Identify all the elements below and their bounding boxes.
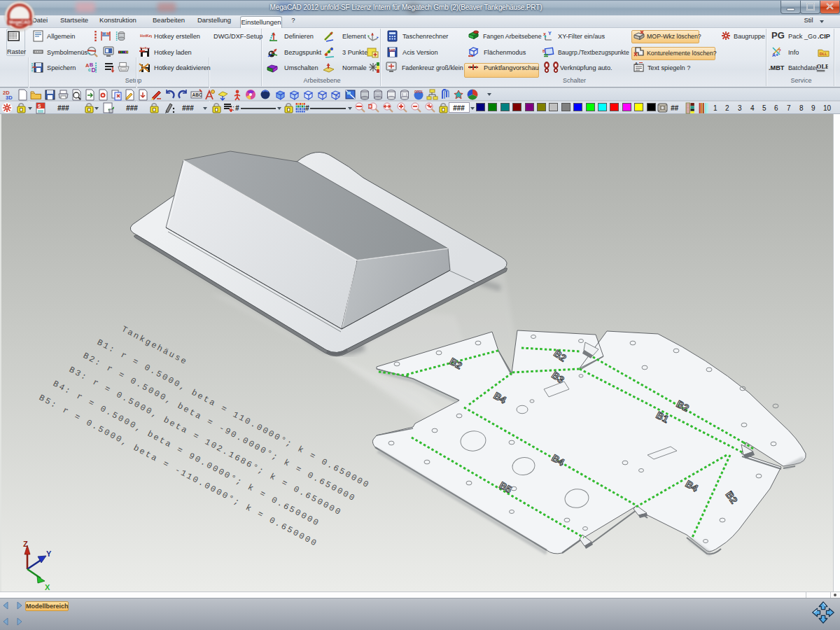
- svg-text:X: X: [45, 583, 50, 592]
- svg-text:MegaCAD: MegaCAD: [9, 20, 31, 25]
- svg-text:D: D: [92, 66, 96, 74]
- svg-text:Z: Z: [23, 540, 28, 548]
- svg-text:HotKey: HotKey: [140, 46, 150, 50]
- svg-text:OPGL: OPGL: [414, 90, 424, 94]
- svg-text:OLE: OLE: [817, 63, 828, 70]
- svg-text:DLL: DLL: [820, 52, 828, 56]
- svg-text:ABC: ABC: [192, 92, 202, 97]
- svg-text:M: M: [102, 31, 106, 36]
- svg-text:HotKey: HotKey: [140, 34, 152, 38]
- svg-text:A+: A+: [772, 52, 778, 57]
- svg-text:c: c: [88, 66, 91, 73]
- svg-text:Y: Y: [46, 550, 52, 558]
- svg-text:M: M: [106, 31, 110, 36]
- svg-text:3D: 3D: [6, 94, 13, 101]
- svg-text:Y: Y: [548, 31, 552, 36]
- svg-text:A: A: [635, 62, 638, 66]
- svg-text:SAT: SAT: [388, 48, 396, 52]
- svg-text:B: B: [542, 49, 545, 53]
- svg-text:S: S: [38, 104, 41, 108]
